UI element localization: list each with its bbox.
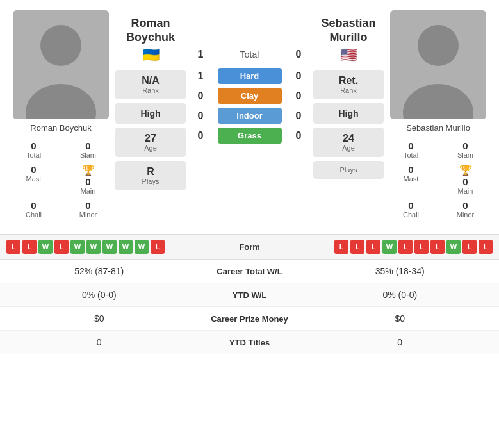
player2-age-label: Age — [342, 144, 355, 152]
player2-rank-value: Ret. — [339, 75, 358, 87]
surface-right-score: 0 — [289, 71, 308, 82]
form-pill: L — [366, 240, 380, 254]
player1-name: Roman Boychuk — [30, 123, 91, 133]
player1-avatar — [13, 10, 109, 119]
player2-total-label: Total — [404, 151, 418, 159]
player1-main: 0 — [85, 176, 90, 187]
total-right: 0 — [289, 49, 308, 60]
form-pill: L — [398, 240, 413, 254]
form-pill: W — [119, 240, 133, 254]
stats-right: 0% (0-0) — [307, 290, 493, 300]
player2-plays-cell: Plays — [313, 161, 384, 179]
stats-label: YTD W/L — [192, 290, 307, 300]
surface-row: 0 Grass 0 — [191, 128, 308, 144]
player2-center-name: Sebastian Murillo — [313, 17, 384, 44]
center-panel: 1 Total 0 1 Hard 0 0 Clay 0 0 Indoor 0 0… — [186, 10, 313, 221]
player1-age-value: 27 — [145, 133, 156, 144]
form-pill: L — [350, 240, 364, 254]
player1-center-name: Roman Boychuk — [115, 17, 186, 44]
player2-chall-label: Chall — [403, 211, 419, 219]
player1-rank-value: N/A — [142, 75, 160, 87]
form-pill: W — [70, 240, 85, 254]
form-pill: L — [54, 240, 69, 254]
stats-table: 52% (87-81) Career Total W/L 35% (18-34)… — [0, 260, 499, 354]
player2-mast-label: Mast — [404, 175, 419, 183]
surface-right-score: 0 — [289, 130, 308, 142]
player2-flag: 🇺🇸 — [340, 47, 357, 63]
player2-form-pills: LLLWLLLWLL — [288, 240, 493, 254]
form-pill: W — [86, 240, 101, 254]
surface-left-score: 0 — [191, 110, 210, 122]
player1-main-label: Main — [81, 187, 96, 195]
player1-high-cell: High — [115, 103, 186, 124]
surface-badge: Grass — [218, 128, 282, 144]
surface-left-score: 0 — [191, 90, 210, 102]
player2-age-cell: 24 Age — [313, 128, 384, 157]
player2-main-label: Main — [458, 187, 473, 195]
player1-rank-label: Rank — [142, 87, 159, 94]
surface-right-score: 0 — [289, 110, 308, 122]
player2-rank-cell: Ret. Rank — [313, 70, 384, 99]
total-row: 1 Total 0 — [191, 49, 308, 60]
bottom-section: LLWLWWWWWL Form LLLWLLLWLL 52% (87-81) C… — [0, 234, 499, 354]
form-pill: W — [446, 240, 461, 254]
player2-rank-label: Rank — [340, 87, 357, 94]
player1-plays-value: R — [147, 166, 154, 178]
stats-row: $0 Career Prize Money $0 — [0, 307, 499, 331]
player2-slam: 0 — [462, 140, 468, 151]
total-left: 1 — [191, 49, 210, 60]
form-pill: L — [462, 240, 477, 254]
surface-row: 1 Hard 0 — [191, 68, 308, 84]
player2-trophy-icon: 🏆 — [459, 164, 472, 176]
stats-label: Career Prize Money — [192, 314, 307, 324]
stats-left: 0 — [6, 337, 192, 347]
form-pill: L — [430, 240, 445, 254]
player2-age-value: 24 — [343, 133, 354, 144]
form-pill: L — [22, 240, 37, 254]
player2-minor: 0 — [462, 200, 468, 211]
form-pill: L — [6, 240, 20, 254]
form-pill: L — [414, 240, 429, 254]
player1-stats: 0 Total 0 Slam 0 Mast 🏆 0 Main 0 Chall 0 — [6, 138, 115, 221]
surface-row: 0 Clay 0 — [191, 88, 308, 104]
surface-badge: Hard — [218, 68, 282, 84]
player1-total: 0 — [31, 140, 36, 151]
svg-point-4 — [418, 25, 459, 66]
stats-left: 0% (0-0) — [6, 290, 192, 300]
stats-label: YTD Titles — [192, 338, 307, 347]
surface-rows: 1 Hard 0 0 Clay 0 0 Indoor 0 0 Grass 0 — [191, 68, 308, 144]
player1-slam-label: Slam — [80, 151, 96, 159]
player2-main: 0 — [462, 176, 468, 187]
player1-chall: 0 — [31, 200, 36, 211]
player2-plays-label: Plays — [340, 166, 357, 174]
form-pill: W — [102, 240, 117, 254]
player1-total-label: Total — [26, 151, 41, 159]
player2-avatar — [390, 10, 486, 119]
player1-flag: 🇺🇦 — [142, 47, 160, 63]
player1-plays-cell: R Plays — [115, 161, 186, 190]
form-label: Form — [211, 242, 288, 252]
player1-plays-label: Plays — [142, 178, 160, 185]
svg-point-1 — [40, 25, 81, 66]
player2-stats: 0 Total 0 Slam 0 Mast 🏆 0 Main 0 Chall 0 — [384, 138, 493, 221]
player1-mast: 0 — [31, 164, 36, 175]
player1-card: Roman Boychuk 0 Total 0 Slam 0 Mast 🏆 0 … — [6, 10, 115, 221]
form-pill: W — [135, 240, 149, 254]
player2-info-box: Sebastian Murillo 🇺🇸 Ret. Rank High 24 A… — [313, 17, 384, 221]
surface-left-score: 1 — [191, 71, 210, 82]
player2-total: 0 — [408, 140, 413, 151]
player2-minor-label: Minor — [457, 211, 475, 219]
player2-name: Sebastian Murillo — [406, 123, 470, 133]
stats-right: 0 — [307, 337, 493, 347]
stats-row: 52% (87-81) Career Total W/L 35% (18-34) — [0, 260, 499, 283]
stats-row: 0% (0-0) YTD W/L 0% (0-0) — [0, 283, 499, 307]
stats-row: 0 YTD Titles 0 — [0, 331, 499, 354]
player1-rank-cell: N/A Rank — [115, 70, 186, 99]
stats-label: Career Total W/L — [192, 267, 307, 276]
player1-mast-label: Mast — [26, 175, 42, 183]
surface-badge: Clay — [218, 88, 282, 104]
form-pill: W — [382, 240, 397, 254]
player2-chall: 0 — [408, 200, 413, 211]
form-row: LLWLWWWWWL Form LLLWLLLWLL — [0, 235, 499, 260]
surface-badge: Indoor — [218, 108, 282, 124]
